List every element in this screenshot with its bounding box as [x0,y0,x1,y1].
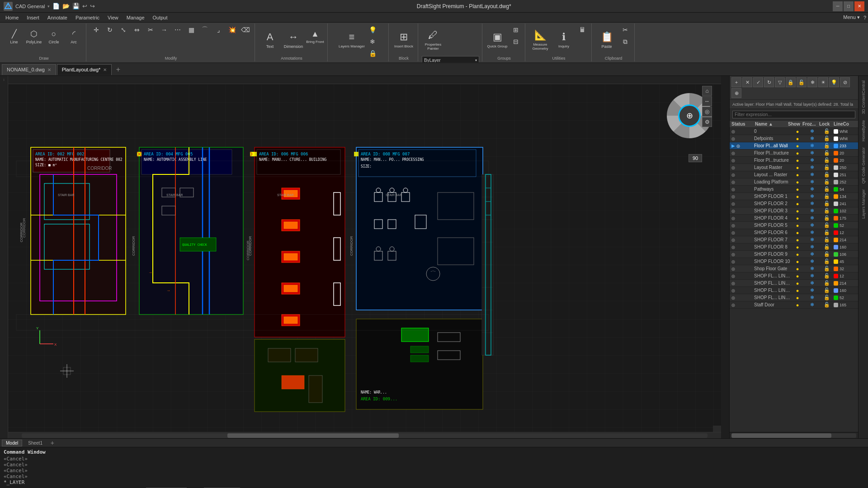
layer-show-13[interactable]: ● [791,223,804,228]
layer-show-9[interactable]: ● [791,194,804,199]
layer-lock-21[interactable]: 🔓 [820,280,834,286]
layer-freeze-btn[interactable]: ❄ [366,36,379,47]
layer-row-18[interactable]: ◎SHOP FLOOR 10●❄🔓45 [730,258,858,265]
layer-color-13[interactable]: 52 [834,223,856,228]
layer-frozen-2[interactable]: ❄ [804,143,820,149]
layer-show-7[interactable]: ● [791,179,804,185]
layer-row-19[interactable]: ◎Shop Floor Gate●❄🔓32 [730,265,858,272]
layer-frozen-17[interactable]: ❄ [804,251,820,257]
rotate-btn[interactable]: ↻ [104,24,116,35]
layer-lock-16[interactable]: 🔓 [820,244,834,250]
layer-color-1[interactable]: Whit [834,136,856,141]
calculator-btn[interactable]: 🖩 [576,24,589,35]
qr-code-tab[interactable]: QR Code Generator [860,145,867,187]
layer-lock-12[interactable]: 🔓 [820,215,834,221]
layer-frozen-21[interactable]: ❄ [804,280,820,286]
tab-noname[interactable]: NONAME_0.dwg ✕ [2,64,56,75]
arc-btn[interactable]: ◜ Arc [64,24,83,49]
layer-color-4[interactable]: 20 [834,158,856,163]
circle-btn[interactable]: ○ Circle [44,24,63,49]
line-btn[interactable]: ╱ Line [5,24,24,49]
fillet-btn[interactable]: ⌒ [198,24,211,35]
open-file-icon[interactable]: 📂 [62,3,70,9]
menu-manage[interactable]: Manage [123,14,148,21]
layer-lock-18[interactable]: 🔓 [820,258,834,264]
layer-color-8[interactable]: 54 [834,187,856,192]
layer-show-12[interactable]: ● [791,216,804,221]
layer-lock-13[interactable]: 🔓 [820,222,834,228]
layer-show-24[interactable]: ● [791,302,804,308]
horizontal-scrollbar[interactable] [8,432,721,438]
array-btn[interactable]: ▦ [185,24,198,35]
layer-show-4[interactable]: ● [791,158,804,163]
layer-frozen-20[interactable]: ❄ [804,273,820,279]
canvas-container[interactable]: ↕ [0,76,729,438]
layer-show-21[interactable]: ● [791,281,804,286]
col-name[interactable]: Name ▲ [755,122,787,127]
cut-btn[interactable]: ✂ [619,24,632,35]
layer-frozen-3[interactable]: ❄ [804,150,820,156]
layer-color-11[interactable]: 102 [834,209,856,213]
help-icon[interactable]: ? [863,15,866,20]
layer-color-22[interactable]: 160 [834,288,856,293]
cad-canvas[interactable]: AREA ID: 002 MFG 002 NAME: AUTOMATIC MAN… [8,84,721,432]
content-central-tab[interactable]: 3D ContentCentral [860,78,867,117]
layers-manager-btn[interactable]: ≡ Layers Manager [338,24,365,55]
menu-annotate[interactable]: Annotate [44,14,71,21]
layer-lock-3[interactable]: 🔓 [820,150,834,156]
layer-frozen-1[interactable]: ❄ [804,136,820,141]
minimize-btn[interactable]: ─ [833,1,843,11]
layer-show-11[interactable]: ● [791,208,804,214]
layer-lock-19[interactable]: 🔓 [820,266,834,272]
layer-lock-8[interactable]: 🔓 [820,186,834,192]
layer-row-9[interactable]: ◎SHOP FLOOR 1●❄🔓134 [730,193,858,200]
layer-lock-1[interactable]: 🔓 [820,136,834,141]
settings-btn[interactable]: ⚙ [702,117,712,127]
menu-parametric[interactable]: Parametric [72,14,103,21]
layers-list[interactable]: ◎0●❄🔓Whit◎Defpoints●❄🔓Whit▶◎Floor Pl...a… [730,128,858,432]
tab-plantlayout-close[interactable]: ✕ [103,67,107,72]
layer-frozen-24[interactable]: ❄ [804,302,820,308]
layer-frozen-4[interactable]: ❄ [804,157,820,163]
tab-noname-close[interactable]: ✕ [47,67,51,72]
col-frozen[interactable]: Froz... [802,122,818,127]
redo-icon[interactable]: ↪ [90,3,95,9]
layer-color-18[interactable]: 45 [834,259,856,264]
layer-color-20[interactable]: 12 [834,274,856,278]
offset-btn[interactable]: ⋯ [171,24,184,35]
layer-color-3[interactable]: 20 [834,151,856,155]
dimension-btn[interactable]: ↔ Dimension [282,24,305,55]
layer-lock-14[interactable]: 🔓 [820,230,834,235]
properties-painter-btn[interactable]: 🖊 Properties Painter [422,24,444,55]
close-btn[interactable]: ✕ [854,1,864,11]
layer-row-14[interactable]: ◎SHOP FLOOR 6●❄🔓12 [730,229,858,236]
layer-frozen-16[interactable]: ❄ [804,244,820,250]
layer-row-22[interactable]: ◎SHOP FL... LINE 3●❄🔓160 [730,287,858,294]
layer-color-9[interactable]: 134 [834,194,856,199]
layer-frozen-11[interactable]: ❄ [804,208,820,214]
thaw-all-btn[interactable]: ☀ [818,77,828,87]
on-all-btn[interactable]: 💡 [829,77,839,87]
tab-plantlayout[interactable]: PlantLayout.dwg* ✕ [57,64,112,75]
ungroup-btn[interactable]: ⊟ [509,36,522,47]
sheet1-tab[interactable]: Sheet1 [24,440,47,446]
layer-show-2[interactable]: ● [791,143,804,149]
layer-frozen-19[interactable]: ❄ [804,266,820,272]
layer-frozen-7[interactable]: ❄ [804,179,820,185]
layer-lock-9[interactable]: 🔓 [820,193,834,199]
layer-row-13[interactable]: ◎SHOP FLOOR 5●❄🔓52 [730,222,858,229]
layer-frozen-12[interactable]: ❄ [804,215,820,221]
layer-row-3[interactable]: ◎Floor Pl...tructure●❄🔓20 [730,150,858,157]
layer-lock-btn[interactable]: 🔒 [366,48,379,59]
layer-lock-20[interactable]: 🔓 [820,273,834,279]
layer-filter-input[interactable] [732,111,855,118]
layer-lock-15[interactable]: 🔓 [820,237,834,243]
layer-lock-6[interactable]: 🔓 [820,172,834,178]
layer-show-10[interactable]: ● [791,201,804,206]
layer-frozen-18[interactable]: ❄ [804,258,820,264]
layer-show-0[interactable]: ● [791,129,804,134]
layer-show-19[interactable]: ● [791,266,804,272]
layer-frozen-23[interactable]: ❄ [804,295,820,300]
layer-lock-7[interactable]: 🔓 [820,179,834,185]
layer-lock-2[interactable]: 🔓 [820,143,834,149]
